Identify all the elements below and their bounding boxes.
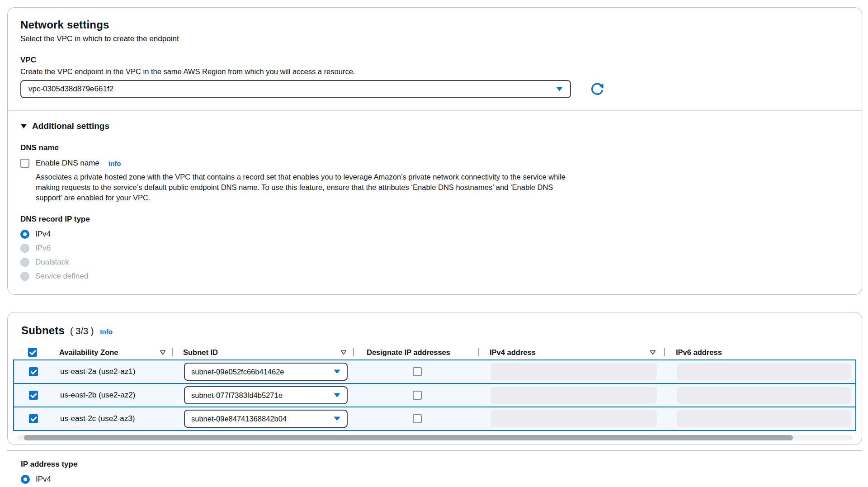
ip-address-type-label: IP address type (21, 460, 862, 469)
subnet-id-select[interactable]: subnet-09e052fc66b41462e (184, 363, 348, 381)
subnets-title: Subnets (21, 324, 65, 337)
enable-dns-name-label: Enable DNS name (36, 159, 99, 168)
vpc-select[interactable]: vpc-0305d38d879e661f2 (20, 80, 571, 98)
radio-control (20, 258, 29, 267)
radio-control[interactable] (21, 475, 30, 484)
radio-dns-ipv6: IPv6 (20, 244, 849, 253)
dns-name-info-link[interactable]: Info (108, 160, 121, 167)
radio-dns-dualstack: Dualstack (20, 258, 849, 267)
additional-settings-title: Additional settings (32, 121, 109, 131)
additional-settings-toggle[interactable]: Additional settings (20, 121, 849, 131)
designate-ip-checkbox[interactable] (413, 391, 422, 400)
subnet-id-select[interactable]: subnet-09e84741368842b04 (184, 410, 348, 428)
page: Network settings Select the VPC in which… (0, 0, 868, 487)
radio-control (20, 244, 29, 253)
ipv6-address-input (677, 410, 851, 427)
row-select-checkbox[interactable] (29, 367, 38, 376)
row-select-checkbox[interactable] (29, 414, 38, 423)
designate-ip-checkbox[interactable] (413, 414, 422, 423)
radio-dns-ipv4[interactable]: IPv4 (20, 230, 849, 239)
ipv4-address-input (491, 387, 657, 404)
sort-icon[interactable] (340, 350, 347, 355)
subnets-panel: Subnets ( 3/3 ) Info Availability Zone S… (7, 312, 862, 445)
ipv4-address-input (491, 363, 657, 380)
vpc-label: VPC (20, 56, 849, 65)
designate-ip-checkbox[interactable] (413, 367, 422, 376)
subnets-info-link[interactable]: Info (100, 328, 113, 336)
radio-control[interactable] (20, 230, 29, 239)
network-settings-panel: Network settings Select the VPC in which… (7, 7, 862, 295)
dns-name-label: DNS name (20, 143, 849, 152)
subnets-table: Availability Zone Subnet ID Designate IP… (13, 344, 856, 440)
caret-down-icon (556, 87, 563, 91)
subnets-count: ( 3/3 ) (70, 326, 94, 336)
caret-down-icon (334, 369, 340, 374)
section-divider (8, 110, 862, 111)
col-subnet-id[interactable]: Subnet ID (173, 344, 354, 360)
col-ipv4-address[interactable]: IPv4 address (479, 344, 665, 360)
ipv4-address-input (491, 410, 657, 427)
ipv6-address-input (677, 363, 851, 380)
horizontal-scrollbar-track[interactable] (17, 435, 853, 440)
refresh-button[interactable] (589, 81, 605, 97)
select-all-checkbox[interactable] (28, 348, 37, 357)
subnet-row-2: us-east-2b (use2-az2) subnet-077f7383fd4… (13, 383, 856, 407)
dns-name-description: Associates a private hosted zone with th… (36, 172, 571, 203)
caret-down-icon (334, 393, 340, 397)
triangle-down-icon (20, 123, 27, 129)
refresh-icon (589, 81, 605, 97)
subnets-table-header: Availability Zone Subnet ID Designate IP… (13, 344, 856, 360)
availability-zone: us-east-2a (use2-az1) (60, 367, 135, 376)
vpc-select-value: vpc-0305d38d879e661f2 (28, 85, 113, 94)
row-select-checkbox[interactable] (29, 391, 38, 400)
network-settings-title: Network settings (20, 19, 849, 31)
availability-zone: us-east-2c (use2-az3) (60, 414, 135, 423)
col-ipv6-address: IPv6 address (665, 344, 856, 360)
ipv6-address-input (677, 387, 851, 404)
vpc-description: Create the VPC endpoint in the VPC in th… (20, 67, 849, 76)
network-settings-subtitle: Select the VPC in which to create the en… (20, 34, 849, 43)
sort-icon[interactable] (650, 350, 656, 355)
enable-dns-name-checkbox[interactable] (20, 159, 29, 168)
horizontal-scrollbar-thumb[interactable] (24, 435, 793, 440)
subnet-row-3: us-east-2c (use2-az3) subnet-09e84741368… (13, 407, 856, 431)
subnet-id-select[interactable]: subnet-077f7383fd4b5271e (184, 386, 348, 404)
radio-ip-ipv4[interactable]: IPv4 (21, 475, 862, 484)
radio-control (20, 272, 29, 281)
dns-record-ip-type-label: DNS record IP type (20, 215, 849, 224)
col-availability-zone[interactable]: Availability Zone (52, 344, 173, 360)
ip-address-type-group: IPv4 IPv6 Dualstack (21, 475, 862, 487)
ip-address-type-section: IP address type IPv4 IPv6 Dualstack (7, 451, 862, 487)
dns-record-ip-type-group: IPv4 IPv6 Dualstack Service defined (20, 230, 849, 281)
availability-zone: us-east-2b (use2-az2) (60, 391, 135, 400)
caret-down-icon (334, 416, 340, 421)
col-designate-ip: Designate IP addresses (354, 344, 479, 360)
sort-icon[interactable] (160, 350, 166, 355)
radio-dns-service-defined: Service defined (20, 272, 849, 281)
subnet-row-1: us-east-2a (use2-az1) subnet-09e052fc66b… (13, 359, 856, 384)
